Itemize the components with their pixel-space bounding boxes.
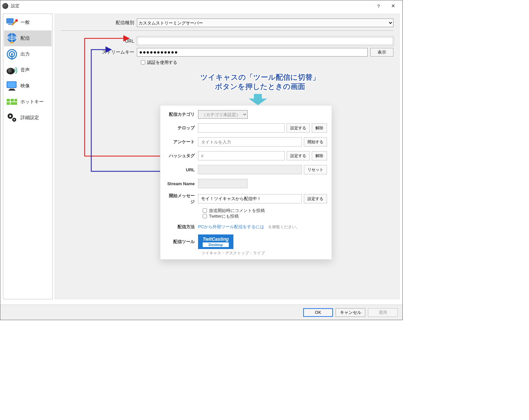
svg-rect-1 <box>8 24 12 25</box>
settings-panel-stream: 配信種別 カスタムストリーミングサーバー URL ストリームキー 表示 <box>55 14 400 299</box>
annotation-text: ツイキャスの「ツール配信に切替」 ボタンを押したときの画面 <box>174 73 346 91</box>
settings-sidebar: 一般 配信 出力 音声 <box>3 14 53 299</box>
twc-message-set-button[interactable]: 設定する <box>304 194 327 203</box>
sidebar-item-label: 音声 <box>20 67 30 73</box>
svg-rect-16 <box>7 99 10 102</box>
twc-url-reset-button[interactable]: リセット <box>304 165 327 174</box>
sidebar-item-hotkeys[interactable]: ホットキー <box>4 94 52 110</box>
svg-point-24 <box>14 119 15 120</box>
service-label: 配信種別 <box>61 20 137 26</box>
gears-icon <box>5 111 19 124</box>
ok-button[interactable]: OK <box>303 308 333 317</box>
stream-key-label: ストリームキー <box>61 49 137 55</box>
cancel-button[interactable]: キャンセル <box>336 308 365 317</box>
twc-telop-label: テロップ <box>165 125 198 131</box>
separator <box>61 30 393 31</box>
show-key-button[interactable]: 表示 <box>370 48 393 57</box>
twc-telop-set-button[interactable]: 設定する <box>287 123 310 133</box>
svg-point-11 <box>8 68 12 73</box>
arrow-down-icon <box>248 93 268 106</box>
titlebar: 設定 ? ✕ <box>0 0 402 12</box>
twc-url-input[interactable] <box>198 165 302 174</box>
monitor-wrench-icon <box>5 16 19 29</box>
svg-rect-14 <box>10 89 14 90</box>
twc-method-tail: を御覧ください。 <box>268 224 300 230</box>
service-select[interactable]: カスタムストリーミングサーバー <box>137 19 393 27</box>
sidebar-item-label: ホットキー <box>20 99 44 105</box>
sidebar-item-stream[interactable]: 配信 <box>4 30 52 46</box>
apply-button[interactable]: 適用 <box>368 308 398 317</box>
twc-method-label: 配信方法 <box>165 224 198 230</box>
dialog-footer: OK キャンセル 適用 <box>0 305 402 320</box>
use-auth-label: 認証を使用する <box>147 60 177 65</box>
twc-url-label: URL <box>165 167 198 172</box>
twc-hashtag-input[interactable] <box>198 151 285 160</box>
twc-post-comment-checkbox[interactable] <box>203 208 207 213</box>
svg-rect-17 <box>11 99 14 102</box>
svg-point-22 <box>9 115 11 117</box>
twc-telop-input[interactable] <box>198 123 285 133</box>
twc-hashtag-label: ハッシュタグ <box>165 153 198 159</box>
twc-hashtag-clear-button[interactable]: 解除 <box>312 151 327 160</box>
svg-rect-18 <box>15 99 17 102</box>
sidebar-item-label: 詳細設定 <box>20 115 39 121</box>
stream-key-input[interactable] <box>137 48 368 57</box>
svg-rect-5 <box>10 42 14 43</box>
twc-poll-start-button[interactable]: 開始する <box>304 137 327 147</box>
twc-hashtag-set-button[interactable]: 設定する <box>287 151 310 160</box>
twc-method-link[interactable]: PCから外部ツール配信をするには <box>198 224 264 230</box>
twc-telop-clear-button[interactable]: 解除 <box>312 123 327 133</box>
sidebar-item-audio[interactable]: 音声 <box>4 62 52 78</box>
twc-post-twitter-label: Twitterにも投稿 <box>209 213 239 219</box>
sidebar-item-label: 一般 <box>20 20 30 25</box>
close-button[interactable]: ✕ <box>386 1 400 11</box>
use-auth-checkbox[interactable] <box>141 60 145 64</box>
sidebar-item-video[interactable]: 映像 <box>4 78 52 94</box>
help-button[interactable]: ? <box>371 1 386 11</box>
speaker-icon <box>5 63 19 77</box>
twc-tool-caption: ツイキャス・デスクトップ・ライブ <box>201 250 327 256</box>
sidebar-item-label: 映像 <box>20 83 30 89</box>
svg-point-2 <box>15 19 18 22</box>
keyboard-icon <box>5 95 19 108</box>
svg-rect-15 <box>9 90 15 91</box>
globe-icon <box>5 32 19 45</box>
twc-category-label: 配信カテゴリ <box>165 111 198 117</box>
sidebar-item-general[interactable]: 一般 <box>4 15 52 30</box>
sidebar-item-label: 出力 <box>20 51 30 57</box>
twc-message-input[interactable] <box>198 194 302 203</box>
sidebar-item-label: 配信 <box>20 35 30 41</box>
svg-rect-19 <box>7 102 10 105</box>
url-label: URL <box>61 38 137 44</box>
sidebar-item-output[interactable]: 出力 <box>4 46 52 62</box>
twc-poll-input[interactable] <box>198 137 302 147</box>
url-input[interactable] <box>137 37 393 45</box>
svg-rect-0 <box>6 18 14 23</box>
window-title: 設定 <box>11 3 20 9</box>
monitor-icon <box>5 79 19 93</box>
twc-streamname-input[interactable] <box>198 179 248 188</box>
svg-rect-13 <box>7 82 16 87</box>
twitcasting-panel: 配信カテゴリ （カテゴリ未設定） テロップ 設定する 解除 アンケート 開始す <box>160 105 332 260</box>
twc-message-label: 開始メッセージ <box>165 193 198 205</box>
twitcasting-desktop-badge[interactable]: TwitCasting Desktop <box>198 234 233 249</box>
twc-post-comment-label: 放送開始時にコメントを投稿 <box>209 208 265 214</box>
app-icon <box>2 3 8 9</box>
antenna-icon <box>5 48 19 61</box>
twc-post-twitter-checkbox[interactable] <box>203 214 207 218</box>
svg-rect-20 <box>11 102 17 105</box>
sidebar-item-advanced[interactable]: 詳細設定 <box>4 110 52 126</box>
twc-tool-label: 配信ツール <box>165 239 198 245</box>
twc-streamname-label: Stream Name <box>165 181 198 186</box>
twc-poll-label: アンケート <box>165 139 198 145</box>
twc-category-select[interactable]: （カテゴリ未設定） <box>198 110 248 119</box>
